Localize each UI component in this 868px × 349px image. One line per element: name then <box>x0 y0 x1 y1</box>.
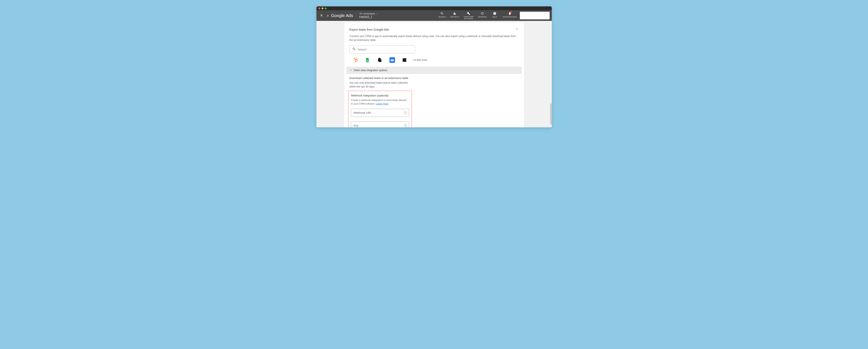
svg-point-7 <box>381 59 381 60</box>
help-icon[interactable]: ? <box>404 112 407 114</box>
webhook-integration-box: Webhook integration (optional) Create a … <box>348 91 412 127</box>
zapier-icon[interactable] <box>402 57 407 63</box>
notification-badge: ! <box>510 11 513 13</box>
nav-help-label: HELP <box>492 16 497 18</box>
svg-point-6 <box>380 59 380 60</box>
top-nav: SEARCH REPORTS TOOLS AND SETTINGS REFRES… <box>438 11 517 20</box>
webhook-key-field-wrap: ? 0 / 50 <box>351 122 409 128</box>
search-icon <box>440 11 444 15</box>
webhook-url-field-wrap: ? <box>351 109 409 117</box>
window-close-dot[interactable] <box>318 7 320 9</box>
bell-icon: ! <box>508 11 512 15</box>
search-icon <box>352 47 356 52</box>
hubspot-icon[interactable] <box>352 57 358 63</box>
search-input[interactable] <box>358 48 412 51</box>
chevron-right-icon <box>376 13 378 15</box>
integration-icons-row: +4,300 more <box>344 57 524 67</box>
google-ads-logo-icon <box>326 13 330 18</box>
window-minimize-dot[interactable] <box>321 7 323 9</box>
nav-tools-settings[interactable]: TOOLS AND SETTINGS <box>463 11 474 20</box>
mailchimp-icon[interactable] <box>377 57 383 63</box>
close-icon[interactable]: ✕ <box>320 13 323 18</box>
svg-point-0 <box>326 16 327 17</box>
webhook-url-input[interactable] <box>351 109 409 117</box>
card-description: Connect your CRM or app to automatically… <box>344 34 524 45</box>
download-title: Download collected leads in ad extension… <box>349 76 519 80</box>
wrench-icon <box>467 11 470 15</box>
nav-search-label: SEARCH <box>438 16 446 18</box>
collapse-icon[interactable] <box>515 27 519 32</box>
help-icon[interactable]: ? <box>404 124 407 127</box>
other-options-label: Other data integration options <box>354 69 388 72</box>
breadcrumb-campaign-name[interactable]: Feb2022_1 <box>359 15 378 19</box>
breadcrumb-all-campaigns[interactable]: All campaigns <box>359 12 375 15</box>
content-area: Export leads from Google Ads Connect you… <box>316 21 552 127</box>
download-leads-section: Download collected leads in ad extension… <box>344 74 524 89</box>
mail-app-icon[interactable] <box>390 57 395 63</box>
card-title: Export leads from Google Ads <box>349 28 389 31</box>
nav-notifications[interactable]: ! NOTIFICATIONS <box>503 11 517 18</box>
window-titlebar <box>316 6 552 10</box>
nav-reports-label: REPORTS <box>450 16 459 18</box>
nav-help[interactable]: HELP <box>490 11 499 18</box>
app-window: ✕ Google Ads All campaigns Feb2022_1 SEA… <box>316 6 552 127</box>
nav-tools-label: TOOLS AND SETTINGS <box>463 16 474 20</box>
nav-refresh-label: REFRESH <box>478 16 487 18</box>
logo-text: Google Ads <box>331 13 353 18</box>
google-ads-logo[interactable]: Google Ads <box>326 13 353 18</box>
account-box[interactable] <box>520 12 550 20</box>
webhook-description: Create a webhook integration to send lea… <box>351 98 409 106</box>
webhook-title: Webhook integration (optional) <box>351 94 409 97</box>
help-icon <box>493 11 497 15</box>
learn-more-link[interactable]: Learn more <box>376 102 389 105</box>
scrollbar-thumb[interactable] <box>550 103 552 125</box>
download-description: You can only download leads that've been… <box>349 81 409 89</box>
export-leads-card: Export leads from Google Ads Connect you… <box>344 23 524 127</box>
breadcrumb[interactable]: All campaigns Feb2022_1 <box>359 12 378 19</box>
integration-search[interactable] <box>349 45 415 54</box>
nav-reports[interactable]: REPORTS <box>450 11 459 18</box>
chevron-up-icon <box>349 69 352 72</box>
nav-notifications-label: NOTIFICATIONS <box>503 16 517 18</box>
top-toolbar: ✕ Google Ads All campaigns Feb2022_1 SEA… <box>316 10 552 21</box>
nav-search[interactable]: SEARCH <box>438 11 446 18</box>
reports-icon <box>453 11 457 15</box>
google-sheets-icon[interactable] <box>365 57 370 63</box>
webhook-key-input[interactable] <box>351 122 409 128</box>
other-integration-options-toggle[interactable]: Other data integration options <box>346 67 522 74</box>
window-zoom-dot[interactable] <box>325 7 327 9</box>
refresh-icon <box>480 11 484 15</box>
nav-refresh[interactable]: REFRESH <box>478 11 487 18</box>
more-integrations-link[interactable]: +4,300 more <box>413 59 427 62</box>
